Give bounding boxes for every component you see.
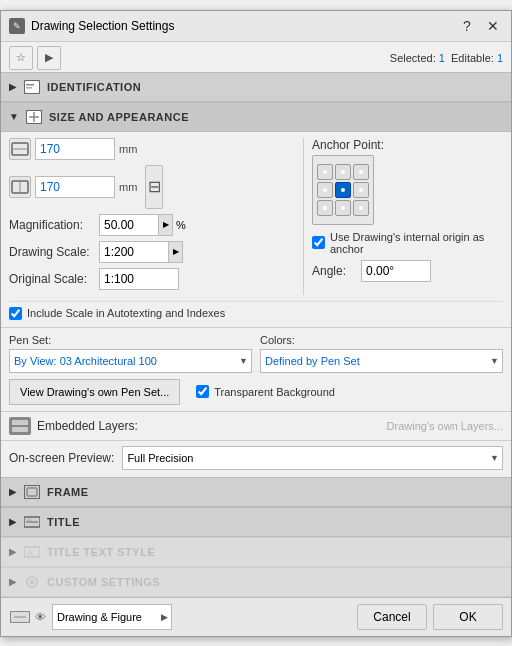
- anchor-tc[interactable]: [335, 164, 351, 180]
- section-frame[interactable]: ▶ FRAME: [1, 477, 511, 507]
- magnification-stepper-btn[interactable]: ▶: [159, 214, 173, 236]
- onscreen-preview-label: On-screen Preview:: [9, 451, 114, 465]
- use-internal-origin-label: Use Drawing's internal origin as anchor: [330, 231, 492, 255]
- section-identification[interactable]: ▶ IDENTIFICATION: [1, 72, 511, 102]
- custom-settings-arrow-icon: ▶: [9, 576, 17, 587]
- original-scale-label: Original Scale:: [9, 272, 99, 286]
- svg-rect-20: [27, 488, 37, 496]
- svg-rect-2: [26, 84, 34, 86]
- dialog-icon: ✎: [9, 18, 25, 34]
- title-text-style-label: TITLE TEXT STYLE: [47, 546, 155, 558]
- embedded-layers-label: Embedded Layers:: [37, 419, 270, 433]
- link-dimensions-button[interactable]: ⊟: [145, 165, 163, 209]
- use-internal-origin-checkbox[interactable]: [312, 236, 325, 249]
- anchor-br[interactable]: [353, 200, 369, 216]
- magnification-stepper: ▶: [99, 214, 173, 236]
- transparent-bg-checkbox[interactable]: [196, 385, 209, 398]
- drawing-scale-row: Drawing Scale: ▶: [9, 241, 291, 263]
- magnification-row: Magnification: ▶ %: [9, 214, 291, 236]
- size-icon: [25, 108, 43, 126]
- drawing-scale-label: Drawing Scale:: [9, 245, 99, 259]
- custom-settings-label: CUSTOM SETTINGS: [47, 576, 160, 588]
- drawing-scale-input[interactable]: [99, 241, 169, 263]
- size-appearance-label: SIZE AND APPEARANCE: [49, 111, 189, 123]
- width-input[interactable]: [35, 138, 115, 160]
- anchor-mr[interactable]: [353, 182, 369, 198]
- width-unit: mm: [119, 143, 137, 155]
- title-text-style-arrow-icon: ▶: [9, 546, 17, 557]
- footer-left: 👁 Drawing & Figure ▶: [9, 604, 172, 630]
- height-input[interactable]: [35, 176, 115, 198]
- dialog-window: ✎ Drawing Selection Settings ? ✕ ☆ ▶ Sel…: [0, 10, 512, 637]
- onscreen-preview-dropdown[interactable]: Full Precision: [122, 446, 503, 470]
- title-section-label: TITLE: [47, 516, 80, 528]
- original-scale-input[interactable]: [99, 268, 179, 290]
- identification-label: IDENTIFICATION: [47, 81, 141, 93]
- pen-set-label: Pen Set:: [9, 334, 252, 346]
- dialog-title: Drawing Selection Settings: [31, 19, 451, 33]
- colors-dropdown-wrap: Defined by Pen Set ▼: [260, 349, 503, 373]
- anchor-point-label: Anchor Point:: [312, 138, 503, 152]
- size-arrow-icon: ▼: [9, 111, 19, 122]
- title-text-style-icon: A: [23, 543, 41, 561]
- include-scale-checkbox[interactable]: [9, 307, 22, 320]
- title-icon: [23, 513, 41, 531]
- custom-settings-icon: [23, 573, 41, 591]
- anchor-mc[interactable]: [335, 182, 351, 198]
- use-internal-origin-row: Use Drawing's internal origin as anchor: [312, 231, 492, 255]
- ok-button[interactable]: OK: [433, 604, 503, 630]
- section-size-appearance[interactable]: ▼ SIZE AND APPEARANCE: [1, 102, 511, 132]
- identification-arrow-icon: ▶: [9, 81, 17, 92]
- anchor-point-grid: [312, 155, 374, 225]
- pen-set-group: Pen Set: By View: 03 Architectural 100 ▼: [9, 334, 252, 373]
- include-scale-label: Include Scale in Autotexting and Indexes: [27, 307, 225, 319]
- footer-icon: [9, 608, 31, 626]
- pen-set-dropdown-wrap: By View: 03 Architectural 100 ▼: [9, 349, 252, 373]
- colors-label: Colors:: [260, 334, 503, 346]
- section-custom-settings: ▶ CUSTOM SETTINGS: [1, 567, 511, 597]
- magnification-unit: %: [176, 219, 186, 231]
- pen-set-dropdown[interactable]: By View: 03 Architectural 100: [9, 349, 252, 373]
- embedded-layers-placeholder: Drawing's own Layers...: [270, 420, 503, 432]
- svg-rect-18: [12, 427, 28, 432]
- height-icon: [9, 176, 31, 198]
- size-appearance-content: mm mm ⊟ Magnification: ▶: [1, 132, 511, 327]
- title-bar: ✎ Drawing Selection Settings ? ✕: [1, 11, 511, 42]
- colors-dropdown[interactable]: Defined by Pen Set: [260, 349, 503, 373]
- anchor-bl[interactable]: [317, 200, 333, 216]
- magnification-input[interactable]: [99, 214, 159, 236]
- transparent-bg-label: Transparent Background: [214, 386, 335, 398]
- footer-dropdown[interactable]: Drawing & Figure: [52, 604, 172, 630]
- anchor-point-section: Anchor Point:: [312, 138, 503, 225]
- angle-row: Angle:: [312, 260, 503, 282]
- height-row: mm ⊟: [9, 165, 291, 209]
- close-button[interactable]: ✕: [483, 16, 503, 36]
- anchor-ml[interactable]: [317, 182, 333, 198]
- footer-bar: 👁 Drawing & Figure ▶ Cancel OK: [1, 597, 511, 636]
- angle-input[interactable]: [361, 260, 431, 282]
- selected-info: Selected: 1 Editable: 1: [390, 52, 503, 64]
- anchor-bc[interactable]: [335, 200, 351, 216]
- pen-colors-section: Pen Set: By View: 03 Architectural 100 ▼…: [1, 327, 511, 377]
- embedded-layers-icon: [9, 417, 31, 435]
- onscreen-preview-dropdown-wrap: Full Precision ▼: [122, 446, 503, 470]
- anchor-tl[interactable]: [317, 164, 333, 180]
- help-button[interactable]: ?: [457, 16, 477, 36]
- view-pen-set-button[interactable]: View Drawing's own Pen Set...: [9, 379, 180, 405]
- eye-icon: 👁: [35, 611, 46, 623]
- section-title-text-style: ▶ A TITLE TEXT STYLE: [1, 537, 511, 567]
- star-button[interactable]: ☆: [9, 46, 33, 70]
- frame-label: FRAME: [47, 486, 89, 498]
- frame-icon: [23, 483, 41, 501]
- identification-icon: [23, 78, 41, 96]
- svg-rect-17: [12, 420, 28, 425]
- selected-count: 1: [439, 52, 445, 64]
- section-title[interactable]: ▶ TITLE: [1, 507, 511, 537]
- arrow-button[interactable]: ▶: [37, 46, 61, 70]
- original-scale-row: Original Scale:: [9, 268, 291, 290]
- cancel-button[interactable]: Cancel: [357, 604, 427, 630]
- drawing-scale-arrow[interactable]: ▶: [169, 241, 183, 263]
- anchor-tr[interactable]: [353, 164, 369, 180]
- pen-btn-transparent-row: View Drawing's own Pen Set... Transparen…: [1, 377, 511, 411]
- svg-text:A: A: [27, 548, 33, 558]
